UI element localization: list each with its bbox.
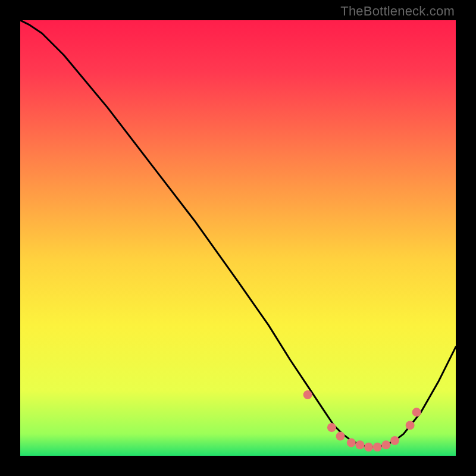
marker-dot xyxy=(390,436,399,445)
gradient-background xyxy=(20,20,456,456)
marker-dot xyxy=(355,440,364,449)
marker-dot xyxy=(373,443,382,452)
marker-dot xyxy=(381,440,390,449)
marker-dot xyxy=(336,432,345,441)
marker-dot xyxy=(303,390,312,399)
plot-area xyxy=(20,20,456,456)
marker-dot xyxy=(406,421,415,430)
watermark-text: TheBottleneck.com xyxy=(340,4,455,19)
marker-dot xyxy=(364,443,373,452)
marker-dot xyxy=(347,439,356,447)
marker-dot xyxy=(412,408,421,416)
chart-frame: TheBottleneck.com xyxy=(0,0,476,476)
chart-svg xyxy=(20,20,456,456)
marker-dot xyxy=(327,423,336,432)
